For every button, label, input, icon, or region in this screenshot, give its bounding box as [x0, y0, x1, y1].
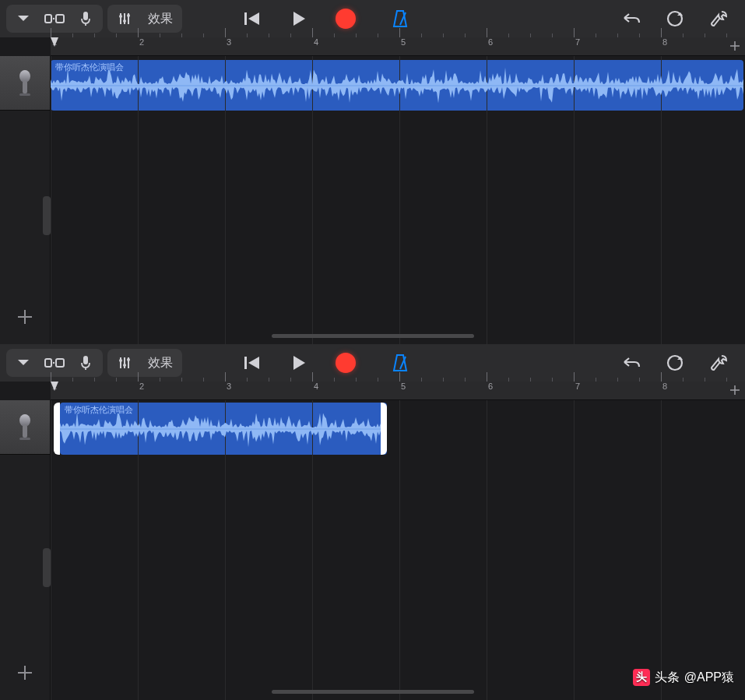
- loop-button[interactable]: [661, 349, 689, 377]
- region-handle-left[interactable]: [54, 403, 60, 455]
- svg-point-30: [127, 358, 130, 361]
- loop-icon: [666, 9, 684, 28]
- sliders-icon: [118, 356, 132, 370]
- plus-icon: [729, 40, 740, 51]
- region-handle-right[interactable]: [381, 403, 387, 455]
- undo-icon: [622, 12, 641, 26]
- svg-rect-0: [45, 15, 51, 23]
- editor-panel-2: 效果 12345678: [0, 344, 745, 700]
- play-icon: [292, 355, 306, 371]
- editor-panel-1: 效果: [0, 0, 745, 344]
- controls-button[interactable]: [111, 349, 139, 377]
- playhead[interactable]: [51, 37, 57, 50]
- effects-button[interactable]: 效果: [142, 5, 179, 33]
- svg-point-9: [127, 14, 130, 17]
- fx-group: 效果: [107, 349, 182, 377]
- svg-point-28: [119, 359, 122, 362]
- play-button[interactable]: [285, 5, 313, 33]
- volume-handle[interactable]: [43, 196, 51, 235]
- view-group: [6, 5, 103, 33]
- split-view-button[interactable]: [40, 5, 69, 33]
- tracks-sidebar: [0, 56, 51, 344]
- watermark: 头条 @APP猿: [633, 669, 734, 686]
- waveform: [51, 66, 743, 105]
- svg-rect-37: [23, 425, 27, 438]
- record-icon: [336, 9, 356, 29]
- microphone-icon: [16, 414, 33, 441]
- svg-rect-22: [56, 359, 64, 367]
- effects-button[interactable]: 效果: [142, 349, 179, 377]
- metronome-button[interactable]: [386, 349, 414, 377]
- microphone-icon: [80, 355, 91, 371]
- svg-rect-21: [45, 359, 51, 367]
- play-button[interactable]: [285, 349, 313, 377]
- loop-button[interactable]: [661, 5, 689, 33]
- svg-point-23: [53, 362, 54, 364]
- split-view-button[interactable]: [40, 349, 69, 377]
- time-ruler[interactable]: 12345678: [51, 37, 745, 56]
- tracks-area: 带你听杰伦演唱会: [0, 56, 745, 344]
- svg-rect-17: [19, 93, 30, 96]
- dropdown-button[interactable]: [9, 5, 37, 33]
- rewind-button[interactable]: [238, 5, 266, 33]
- sliders-icon: [118, 12, 132, 26]
- record-button[interactable]: [332, 349, 360, 377]
- rewind-icon: [244, 11, 261, 26]
- dropdown-button[interactable]: [9, 349, 37, 377]
- svg-point-7: [119, 15, 122, 18]
- right-tools: [617, 349, 739, 377]
- audio-region[interactable]: 带你听杰伦演唱会: [51, 60, 743, 111]
- volume-handle[interactable]: [43, 548, 51, 587]
- microphone-icon: [80, 11, 91, 26]
- metronome-icon: [392, 354, 409, 372]
- audio-region-selected[interactable]: 带你听杰伦演唱会: [54, 403, 387, 455]
- play-icon: [292, 11, 306, 26]
- chevron-down-icon: [17, 15, 30, 23]
- wrench-icon: [709, 9, 728, 28]
- microphone-button[interactable]: [72, 349, 100, 377]
- add-track-button[interactable]: [0, 308, 50, 325]
- region-label: 带你听杰伦演唱会: [65, 404, 133, 416]
- tracks-area: 带你听杰伦演唱会: [0, 400, 745, 700]
- settings-button[interactable]: [705, 5, 733, 33]
- track-header-audio[interactable]: [0, 56, 50, 111]
- fx-group: 效果: [107, 5, 182, 33]
- home-indicator: [272, 690, 474, 694]
- ruler-add-button[interactable]: [729, 383, 740, 399]
- time-ruler[interactable]: 12345678: [51, 382, 745, 400]
- controls-button[interactable]: [111, 5, 139, 33]
- svg-point-15: [19, 70, 30, 83]
- tracks-sidebar: [0, 400, 51, 700]
- svg-point-36: [19, 414, 30, 427]
- transport-controls: [230, 5, 367, 33]
- undo-button[interactable]: [617, 5, 645, 33]
- timeline[interactable]: 带你听杰伦演唱会: [51, 400, 745, 700]
- wrench-icon: [709, 354, 728, 372]
- chevron-down-icon: [17, 359, 30, 367]
- undo-button[interactable]: [617, 349, 645, 377]
- toutiao-logo-icon: [633, 669, 650, 686]
- svg-rect-10: [244, 12, 247, 25]
- playhead[interactable]: [51, 382, 57, 394]
- settings-button[interactable]: [705, 349, 733, 377]
- rewind-button[interactable]: [238, 349, 266, 377]
- loop-icon: [666, 354, 684, 372]
- undo-icon: [622, 356, 641, 370]
- ruler-add-button[interactable]: [729, 39, 740, 55]
- record-button[interactable]: [332, 5, 360, 33]
- track-header-audio[interactable]: [0, 400, 50, 455]
- microphone-button[interactable]: [72, 5, 100, 33]
- view-group: [6, 349, 103, 377]
- svg-rect-38: [19, 438, 30, 440]
- add-track-button[interactable]: [0, 664, 50, 681]
- record-icon: [336, 353, 356, 373]
- watermark-brand: 头条: [655, 670, 680, 686]
- svg-rect-3: [83, 12, 88, 20]
- right-tools: [617, 5, 739, 33]
- svg-point-2: [53, 18, 54, 19]
- svg-point-29: [123, 364, 126, 367]
- metronome-button[interactable]: [386, 5, 414, 33]
- plus-icon: [729, 385, 740, 396]
- timeline[interactable]: 带你听杰伦演唱会: [51, 56, 745, 344]
- svg-rect-24: [83, 356, 88, 364]
